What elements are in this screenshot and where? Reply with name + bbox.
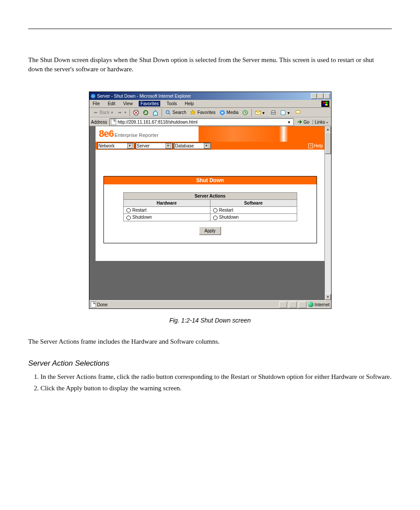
address-bar: Address http://209.11.161.67:8118/shutdo… xyxy=(89,117,331,126)
refresh-icon xyxy=(143,110,149,116)
sw-shutdown-cell[interactable]: Shutdown xyxy=(210,214,297,221)
media-icon xyxy=(219,110,225,116)
back-button[interactable]: ⬅Back▾ xyxy=(91,109,114,117)
page-icon xyxy=(91,301,96,308)
maximize-button[interactable]: □ xyxy=(317,93,324,99)
zone-text: Internet xyxy=(315,302,330,307)
go-button[interactable]: Go xyxy=(295,119,311,125)
refresh-button[interactable] xyxy=(141,109,150,117)
svg-rect-12 xyxy=(281,110,285,114)
home-icon xyxy=(152,110,158,116)
minimize-button[interactable]: _ xyxy=(311,93,317,99)
body-paragraph: The Server Actions frame includes the Ha… xyxy=(28,337,392,347)
step-2: Click the Apply button to display the wa… xyxy=(41,384,392,393)
edit-icon xyxy=(280,110,286,116)
favorites-button[interactable]: Favorites xyxy=(188,109,217,117)
help-icon: ? xyxy=(308,143,313,148)
chevron-down-icon: ▾ xyxy=(204,143,210,149)
star-icon xyxy=(190,110,196,116)
status-bar: Done Internet xyxy=(89,300,331,308)
mail-button[interactable]: ▾ xyxy=(254,109,268,117)
menu-tools[interactable]: Tools xyxy=(165,101,178,106)
hw-shutdown-cell[interactable]: Shutdown xyxy=(123,214,210,221)
sw-restart-cell[interactable]: Restart xyxy=(210,207,297,214)
col-hardware: Hardware xyxy=(123,200,210,207)
table-header: Server Actions xyxy=(123,193,297,200)
window-titlebar: Server - Shut Down - Microsoft Internet … xyxy=(89,92,331,100)
globe-icon xyxy=(308,302,313,307)
discuss-icon xyxy=(295,110,302,116)
address-label: Address xyxy=(90,120,108,125)
vertical-scrollbar[interactable]: ▴ ▾ xyxy=(324,126,331,300)
search-button[interactable]: Search xyxy=(164,109,188,117)
col-software: Software xyxy=(210,200,297,207)
address-input[interactable]: http://209.11.161.67:8118/shutdown.html … xyxy=(110,118,293,126)
status-text: Done xyxy=(97,302,108,307)
help-link[interactable]: ?Help xyxy=(308,143,323,148)
step-1: In the Server Actions frame, click the r… xyxy=(41,372,392,382)
menu-bar: File Edit View Favorites Tools Help xyxy=(89,100,331,108)
home-button[interactable] xyxy=(151,109,160,117)
section-heading: Server Action Selections xyxy=(28,359,392,368)
mail-icon xyxy=(255,110,261,116)
menu-help[interactable]: Help xyxy=(183,101,196,106)
toolbar: ⬅Back▾ ➡▾ Search Favorites Media ▾ ▾ xyxy=(89,108,331,117)
intro-paragraph: The Shut Down screen displays when the S… xyxy=(28,55,392,74)
go-icon xyxy=(297,119,303,125)
scroll-down-icon[interactable]: ▾ xyxy=(325,294,331,300)
back-icon: ⬅ xyxy=(92,110,99,116)
discuss-button[interactable] xyxy=(294,109,303,117)
print-button[interactable] xyxy=(269,109,278,117)
svg-rect-13 xyxy=(296,110,300,113)
stop-icon xyxy=(133,110,139,116)
screenshot-ie-window: Server - Shut Down - Microsoft Internet … xyxy=(89,92,332,309)
brand-logo: 8e6 xyxy=(99,128,114,139)
windows-logo-icon xyxy=(321,101,329,107)
close-button[interactable]: × xyxy=(324,93,330,99)
radio-icon xyxy=(213,208,217,213)
links-label[interactable]: Links » xyxy=(313,120,330,125)
svg-point-7 xyxy=(221,111,223,114)
window-title: Server - Shut Down - Microsoft Internet … xyxy=(97,94,191,99)
menu-view[interactable]: View xyxy=(122,101,135,106)
forward-icon: ➡ xyxy=(117,110,123,116)
nav-network-select[interactable]: Network▾ xyxy=(97,143,134,149)
ie-icon xyxy=(90,93,96,99)
print-icon xyxy=(270,110,276,116)
radio-icon xyxy=(213,216,217,220)
radio-icon xyxy=(126,208,131,213)
menu-file[interactable]: File xyxy=(91,101,102,106)
edit-button[interactable]: ▾ xyxy=(279,109,293,117)
svg-rect-11 xyxy=(272,110,275,112)
svg-rect-10 xyxy=(271,112,275,114)
address-dropdown-icon[interactable]: ▾ xyxy=(288,120,292,124)
stop-button[interactable] xyxy=(132,109,140,117)
chevron-down-icon: ▾ xyxy=(127,143,133,149)
page-icon xyxy=(111,119,116,125)
apply-button[interactable]: Apply xyxy=(199,227,221,235)
server-actions-table: Server Actions Hardware Software Restart… xyxy=(123,192,297,221)
figure-caption: Fig. 1:2-14 Shut Down screen xyxy=(28,317,392,324)
nav-server-select[interactable]: Server▾ xyxy=(136,143,173,149)
hw-restart-cell[interactable]: Restart xyxy=(123,207,210,214)
nav-database-select[interactable]: Database▾ xyxy=(174,143,211,149)
brand-subtitle: Enterprise Reporter xyxy=(114,132,158,138)
media-button[interactable]: Media xyxy=(218,109,240,117)
menu-edit[interactable]: Edit xyxy=(106,101,117,106)
scrollbar-thumb[interactable] xyxy=(325,132,331,154)
chevron-down-icon: ▾ xyxy=(166,143,171,149)
shutdown-panel: Shut Down Server Actions Hardware Softwa… xyxy=(103,176,317,243)
search-icon xyxy=(165,110,171,116)
scroll-up-icon[interactable]: ▴ xyxy=(325,126,331,132)
forward-button[interactable]: ➡▾ xyxy=(115,109,128,117)
radio-icon xyxy=(126,216,131,220)
steps-list: In the Server Actions frame, click the r… xyxy=(28,372,392,393)
history-icon xyxy=(242,110,248,116)
history-button[interactable] xyxy=(241,109,250,117)
app-banner: 8e6 Enterprise Reporter xyxy=(96,126,325,142)
menu-favorites[interactable]: Favorites xyxy=(139,101,160,106)
svg-line-5 xyxy=(169,113,170,115)
panel-title: Shut Down xyxy=(104,176,317,184)
app-nav: Network▾ Server▾ Database▾ ?Help xyxy=(96,142,325,150)
